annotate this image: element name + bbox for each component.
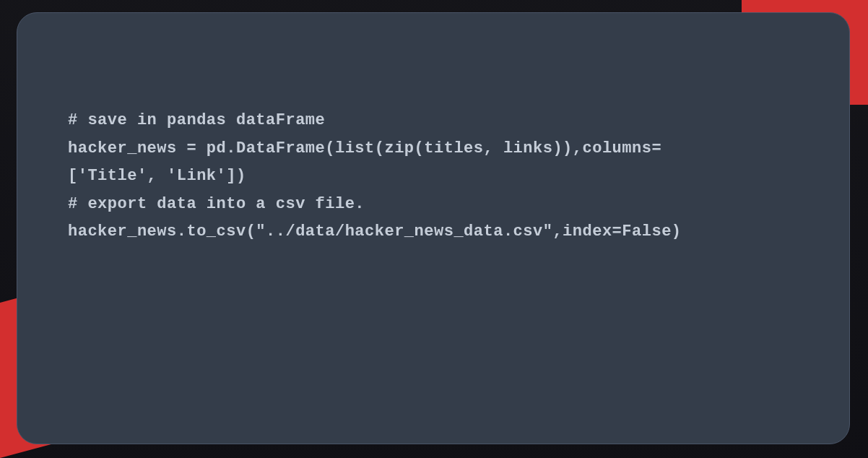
code-line-2: hacker_news = pd.DataFrame(list(zip(titl… bbox=[68, 135, 799, 163]
code-line-3: ['Title', 'Link']) bbox=[68, 163, 799, 191]
code-snippet-container: # save in pandas dataFramehacker_news = … bbox=[17, 12, 850, 444]
code-block: # save in pandas dataFramehacker_news = … bbox=[68, 107, 799, 246]
code-line-5: # export data into a csv file. bbox=[68, 191, 799, 219]
code-line-6: hacker_news.to_csv("../data/hacker_news_… bbox=[68, 218, 799, 246]
code-line-1: # save in pandas dataFrame bbox=[68, 107, 799, 135]
